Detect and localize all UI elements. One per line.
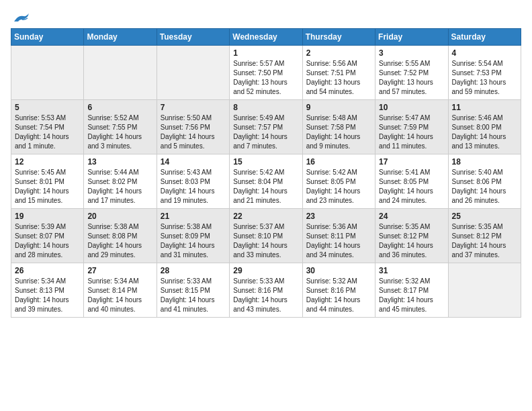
day-info: Sunrise: 5:38 AMSunset: 8:09 PMDaylight:… <box>161 222 226 260</box>
day-number: 17 <box>379 157 444 167</box>
weekday-header-wednesday: Wednesday <box>230 29 302 46</box>
day-number: 1 <box>233 48 298 58</box>
day-info: Sunrise: 5:36 AMSunset: 8:11 PMDaylight:… <box>306 222 371 260</box>
day-info: Sunrise: 5:33 AMSunset: 8:16 PMDaylight:… <box>233 277 298 314</box>
day-number: 25 <box>452 212 517 221</box>
day-info: Sunrise: 5:46 AMSunset: 8:00 PMDaylight:… <box>452 113 517 151</box>
day-number: 6 <box>87 103 152 112</box>
day-info: Sunrise: 5:44 AMSunset: 8:02 PMDaylight:… <box>87 168 152 205</box>
day-info: Sunrise: 5:54 AMSunset: 7:53 PMDaylight:… <box>452 59 517 97</box>
day-info: Sunrise: 5:52 AMSunset: 7:55 PMDaylight:… <box>87 113 152 151</box>
day-info: Sunrise: 5:34 AMSunset: 8:13 PMDaylight:… <box>15 277 80 314</box>
weekday-header-friday: Friday <box>375 29 448 46</box>
day-info: Sunrise: 5:43 AMSunset: 8:03 PMDaylight:… <box>161 168 226 205</box>
calendar-cell: 12Sunrise: 5:45 AMSunset: 8:01 PMDayligh… <box>11 154 84 209</box>
day-number: 30 <box>306 266 371 275</box>
calendar-cell: 13Sunrise: 5:44 AMSunset: 8:02 PMDayligh… <box>84 154 157 209</box>
day-info: Sunrise: 5:39 AMSunset: 8:07 PMDaylight:… <box>15 222 80 260</box>
weekday-header-saturday: Saturday <box>448 29 521 46</box>
calendar-week-5: 26Sunrise: 5:34 AMSunset: 8:13 PMDayligh… <box>11 263 521 318</box>
day-number: 7 <box>161 103 226 112</box>
calendar-cell: 11Sunrise: 5:46 AMSunset: 8:00 PMDayligh… <box>448 100 521 154</box>
day-number: 14 <box>161 157 226 167</box>
page-header <box>11 11 521 21</box>
calendar-cell: 5Sunrise: 5:53 AMSunset: 7:54 PMDaylight… <box>11 100 84 154</box>
day-info: Sunrise: 5:57 AMSunset: 7:50 PMDaylight:… <box>233 59 298 97</box>
day-number: 18 <box>452 157 517 167</box>
calendar-cell: 18Sunrise: 5:40 AMSunset: 8:06 PMDayligh… <box>448 154 521 209</box>
day-info: Sunrise: 5:55 AMSunset: 7:52 PMDaylight:… <box>379 59 444 97</box>
day-info: Sunrise: 5:42 AMSunset: 8:04 PMDaylight:… <box>233 168 298 205</box>
calendar-cell: 20Sunrise: 5:38 AMSunset: 8:08 PMDayligh… <box>84 209 157 263</box>
day-number: 12 <box>15 157 80 167</box>
calendar-cell: 26Sunrise: 5:34 AMSunset: 8:13 PMDayligh… <box>11 263 84 318</box>
day-info: Sunrise: 5:41 AMSunset: 8:05 PMDaylight:… <box>379 168 444 205</box>
calendar-week-3: 12Sunrise: 5:45 AMSunset: 8:01 PMDayligh… <box>11 154 521 209</box>
day-number: 29 <box>233 266 298 275</box>
calendar-week-4: 19Sunrise: 5:39 AMSunset: 8:07 PMDayligh… <box>11 209 521 263</box>
day-number: 2 <box>306 48 371 58</box>
calendar-cell: 14Sunrise: 5:43 AMSunset: 8:03 PMDayligh… <box>157 154 229 209</box>
day-number: 19 <box>15 212 80 221</box>
day-info: Sunrise: 5:47 AMSunset: 7:59 PMDaylight:… <box>379 113 444 151</box>
calendar-cell <box>448 263 521 318</box>
calendar-cell: 28Sunrise: 5:33 AMSunset: 8:15 PMDayligh… <box>157 263 229 318</box>
day-number: 27 <box>87 266 152 275</box>
day-number: 26 <box>15 266 80 275</box>
day-number: 10 <box>379 103 444 112</box>
day-info: Sunrise: 5:35 AMSunset: 8:12 PMDaylight:… <box>379 222 444 260</box>
day-number: 5 <box>15 103 80 112</box>
logo-bird-icon <box>13 12 32 24</box>
calendar-cell: 22Sunrise: 5:37 AMSunset: 8:10 PMDayligh… <box>230 209 302 263</box>
calendar-cell: 2Sunrise: 5:56 AMSunset: 7:51 PMDaylight… <box>302 46 375 100</box>
day-number: 9 <box>306 103 371 112</box>
day-number: 13 <box>87 157 152 167</box>
calendar-cell: 9Sunrise: 5:48 AMSunset: 7:58 PMDaylight… <box>302 100 375 154</box>
day-number: 16 <box>306 157 371 167</box>
calendar-cell: 15Sunrise: 5:42 AMSunset: 8:04 PMDayligh… <box>230 154 302 209</box>
day-info: Sunrise: 5:35 AMSunset: 8:12 PMDaylight:… <box>452 222 517 260</box>
weekday-header-row: SundayMondayTuesdayWednesdayThursdayFrid… <box>11 29 521 46</box>
day-info: Sunrise: 5:40 AMSunset: 8:06 PMDaylight:… <box>452 168 517 205</box>
logo <box>11 11 32 21</box>
calendar-cell <box>11 46 84 100</box>
calendar-week-1: 1Sunrise: 5:57 AMSunset: 7:50 PMDaylight… <box>11 46 521 100</box>
weekday-header-monday: Monday <box>84 29 157 46</box>
calendar-cell: 10Sunrise: 5:47 AMSunset: 7:59 PMDayligh… <box>375 100 448 154</box>
calendar-cell: 25Sunrise: 5:35 AMSunset: 8:12 PMDayligh… <box>448 209 521 263</box>
calendar-cell: 4Sunrise: 5:54 AMSunset: 7:53 PMDaylight… <box>448 46 521 100</box>
calendar-cell: 23Sunrise: 5:36 AMSunset: 8:11 PMDayligh… <box>302 209 375 263</box>
calendar-cell: 3Sunrise: 5:55 AMSunset: 7:52 PMDaylight… <box>375 46 448 100</box>
day-number: 24 <box>379 212 444 221</box>
day-number: 20 <box>87 212 152 221</box>
calendar-cell: 6Sunrise: 5:52 AMSunset: 7:55 PMDaylight… <box>84 100 157 154</box>
day-info: Sunrise: 5:53 AMSunset: 7:54 PMDaylight:… <box>15 113 80 151</box>
calendar-cell: 1Sunrise: 5:57 AMSunset: 7:50 PMDaylight… <box>230 46 302 100</box>
day-number: 11 <box>452 103 517 112</box>
calendar-cell <box>157 46 229 100</box>
calendar-cell: 30Sunrise: 5:32 AMSunset: 8:16 PMDayligh… <box>302 263 375 318</box>
day-info: Sunrise: 5:45 AMSunset: 8:01 PMDaylight:… <box>15 168 80 205</box>
day-info: Sunrise: 5:32 AMSunset: 8:17 PMDaylight:… <box>379 277 444 314</box>
weekday-header-sunday: Sunday <box>11 29 84 46</box>
day-info: Sunrise: 5:38 AMSunset: 8:08 PMDaylight:… <box>87 222 152 260</box>
calendar-cell: 27Sunrise: 5:34 AMSunset: 8:14 PMDayligh… <box>84 263 157 318</box>
day-info: Sunrise: 5:42 AMSunset: 8:05 PMDaylight:… <box>306 168 371 205</box>
day-number: 15 <box>233 157 298 167</box>
calendar-cell: 17Sunrise: 5:41 AMSunset: 8:05 PMDayligh… <box>375 154 448 209</box>
day-number: 22 <box>233 212 298 221</box>
calendar-week-2: 5Sunrise: 5:53 AMSunset: 7:54 PMDaylight… <box>11 100 521 154</box>
day-info: Sunrise: 5:34 AMSunset: 8:14 PMDaylight:… <box>87 277 152 314</box>
day-number: 28 <box>161 266 226 275</box>
calendar-cell: 29Sunrise: 5:33 AMSunset: 8:16 PMDayligh… <box>230 263 302 318</box>
day-number: 3 <box>379 48 444 58</box>
day-info: Sunrise: 5:37 AMSunset: 8:10 PMDaylight:… <box>233 222 298 260</box>
weekday-header-thursday: Thursday <box>302 29 375 46</box>
day-info: Sunrise: 5:48 AMSunset: 7:58 PMDaylight:… <box>306 113 371 151</box>
day-info: Sunrise: 5:33 AMSunset: 8:15 PMDaylight:… <box>161 277 226 314</box>
day-number: 21 <box>161 212 226 221</box>
day-number: 23 <box>306 212 371 221</box>
day-info: Sunrise: 5:49 AMSunset: 7:57 PMDaylight:… <box>233 113 298 151</box>
calendar-cell: 19Sunrise: 5:39 AMSunset: 8:07 PMDayligh… <box>11 209 84 263</box>
day-info: Sunrise: 5:50 AMSunset: 7:56 PMDaylight:… <box>161 113 226 151</box>
